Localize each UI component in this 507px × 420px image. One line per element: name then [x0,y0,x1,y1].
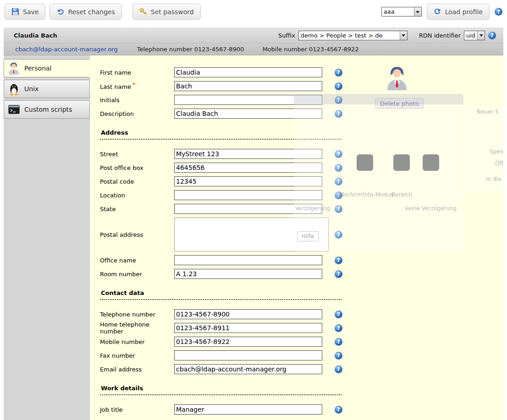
office-name-input[interactable] [174,255,322,265]
help-icon[interactable]: ? [335,96,342,104]
form-row: Telephone number ? [100,307,503,321]
help-icon[interactable]: ? [335,352,342,360]
tab-custom-scripts[interactable]: Custom scripts [4,100,90,119]
mobile-number-input[interactable] [174,337,322,347]
section-header-address: Address [100,128,342,140]
form-row: Email address ? [100,362,503,376]
form-row: Location ? [100,188,503,202]
postal-code-input[interactable] [174,176,322,186]
post-office-box-input[interactable] [174,163,322,173]
delete-photo-button[interactable]: Delete photo [375,98,424,109]
profile-select-value: aaa [382,7,414,16]
fax-number-input[interactable] [174,350,322,360]
load-profile-label: Load profile [445,8,483,16]
help-icon[interactable]: ? [488,32,496,39]
form-row: Post office box ? [100,161,503,175]
telephone-number-input[interactable] [174,309,322,319]
profile-select[interactable]: aaa [381,7,422,16]
suffix-label: Suffix [278,32,295,39]
undo-arrow-icon [56,8,64,16]
help-icon[interactable]: ? [335,365,342,373]
street-input[interactable] [174,149,322,159]
save-disk-icon [11,8,19,16]
help-icon[interactable]: ? [335,311,342,318]
form-row: Home telephone number ? [100,321,503,335]
field-label: Mobile number [100,338,174,345]
field-label: Last name* [100,82,174,90]
field-label: First name [100,69,174,76]
form-row: Description ? [100,107,503,120]
suffix-select-value: demo > People > test > de [299,31,400,40]
field-label: Email address [100,366,174,373]
field-label: Post office box [100,164,174,171]
postal-address-textarea[interactable] [174,218,329,251]
location-input[interactable] [174,190,322,200]
email-address-input[interactable] [174,364,322,374]
account-header-top: Claudia Bach Suffix demo > People > test… [4,27,503,44]
rdn-select-value: uid [464,31,477,40]
home-telephone-number-input[interactable] [174,323,322,333]
header-mobile: Mobile number 0123-4567-8922 [262,46,358,53]
field-label: Telephone number [100,311,174,318]
load-profile-button[interactable]: Load profile [427,4,490,20]
form-row: Postal address ? [100,216,503,253]
form-row: Street ? [100,147,503,161]
section-header-contact-data: Contact data [100,288,342,300]
account-header-summary: cbach@ldap-account-manager.org Telephone… [4,44,503,55]
photo-area: Delete photo [375,65,419,109]
save-label: Save [23,8,39,16]
tab-personal-label: Personal [24,65,52,72]
rdn-identifier-label: RDN identifier [419,32,461,39]
tab-unix[interactable]: Unix [4,80,90,98]
first-name-input[interactable] [174,67,322,77]
field-label: Location [100,192,174,199]
state-input[interactable] [174,204,322,214]
help-icon[interactable]: ? [335,164,342,172]
field-label: Room number [100,271,174,278]
set-password-label: Set password [151,8,194,16]
initials-input[interactable] [174,95,322,105]
suffix-select[interactable]: demo > People > test > de [298,31,408,40]
field-label: State [100,206,174,213]
help-icon[interactable]: ? [335,191,342,199]
personal-form: First name ? Last name* ? Initials ? Des… [90,55,503,420]
help-icon[interactable]: ? [335,69,342,76]
field-label: Job title [100,406,174,413]
help-icon[interactable]: ? [335,82,342,90]
dropdown-arrow-icon [414,7,421,16]
rdn-select[interactable]: uid [464,31,485,40]
form-row: State ? [100,202,503,216]
description-input[interactable] [174,109,322,119]
job-title-input[interactable] [174,404,322,415]
last-name-input[interactable] [174,81,322,91]
form-row: Postal code ? [100,175,503,188]
email-link[interactable]: cbach@ldap-account-manager.org [15,46,118,53]
toolbar: Save Reset changes Set password aaa Load… [0,0,507,23]
reset-changes-button[interactable]: Reset changes [50,4,121,20]
page-title: Claudia Bach [14,32,57,39]
form-row: Office name ? [100,253,503,267]
set-password-button[interactable]: Set password [132,4,201,20]
help-icon[interactable]: ? [335,324,342,332]
dropdown-arrow-icon [400,31,407,40]
help-icon[interactable]: ? [495,8,502,16]
save-button[interactable]: Save [5,4,45,20]
help-icon[interactable]: ? [335,178,342,185]
help-icon[interactable]: ? [335,256,342,264]
help-icon[interactable]: ? [335,338,342,346]
field-label: Description [100,110,174,117]
room-number-input[interactable] [174,269,322,279]
help-icon[interactable]: ? [335,205,342,213]
help-icon[interactable]: ? [335,110,342,118]
form-row: Job title ? [100,403,503,416]
account-content: Personal Unix Custom scripts First name … [4,55,503,420]
help-icon[interactable]: ? [335,231,342,239]
field-label: Office name [100,257,174,264]
help-icon[interactable]: ? [335,150,342,158]
user-photo [386,85,408,92]
field-label: Home telephone number [100,321,174,335]
terminal-icon [7,105,21,114]
help-icon[interactable]: ? [335,406,342,414]
help-icon[interactable]: ? [335,270,342,278]
tab-personal[interactable]: Personal [4,59,90,77]
